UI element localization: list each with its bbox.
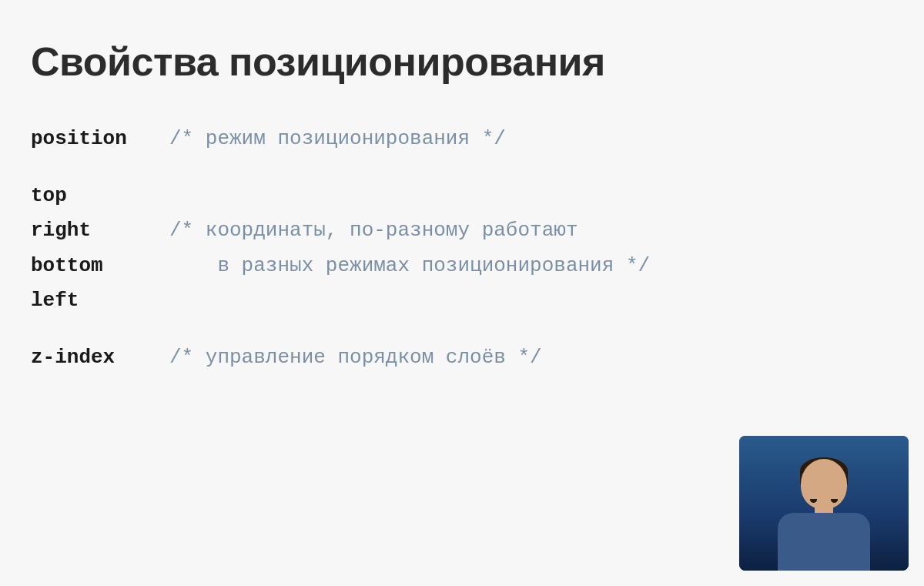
prop-zindex: z-index: [31, 342, 154, 374]
code-line-right: right /* координаты, по-разному работают: [31, 215, 878, 247]
comment-position: /* режим позиционирования */: [169, 123, 506, 156]
comment-zindex: /* управление порядком слоёв */: [169, 342, 542, 374]
prop-right: right: [31, 215, 154, 247]
prop-bottom: bottom: [31, 250, 154, 283]
eye-left: [810, 499, 817, 503]
slide: Свойства позиционирования position /* ре…: [0, 0, 924, 586]
slide-title: Свойства позиционирования: [31, 39, 878, 85]
code-gap-2: [31, 320, 878, 342]
webcam-person: [739, 436, 909, 571]
code-gap-1: [31, 159, 878, 180]
eye-right: [831, 499, 838, 503]
code-block: position /* режим позиционирования */ to…: [31, 123, 878, 374]
prop-top: top: [31, 180, 154, 213]
code-line-left: left: [31, 285, 878, 317]
prop-left: left: [31, 285, 154, 317]
prop-position: position: [31, 123, 154, 156]
comment-bottom: в разных режимах позиционирования */: [169, 250, 650, 283]
code-line-position: position /* режим позиционирования */: [31, 123, 878, 156]
comment-right: /* координаты, по-разному работают: [169, 215, 578, 247]
code-line-zindex: z-index /* управление порядком слоёв */: [31, 342, 878, 374]
person-head: [801, 459, 847, 509]
person-eyes: [810, 499, 838, 503]
code-line-top: top: [31, 180, 878, 213]
webcam-overlay: [739, 436, 909, 571]
code-line-bottom: bottom в разных режимах позиционирования…: [31, 250, 878, 283]
person-body: [778, 513, 870, 571]
